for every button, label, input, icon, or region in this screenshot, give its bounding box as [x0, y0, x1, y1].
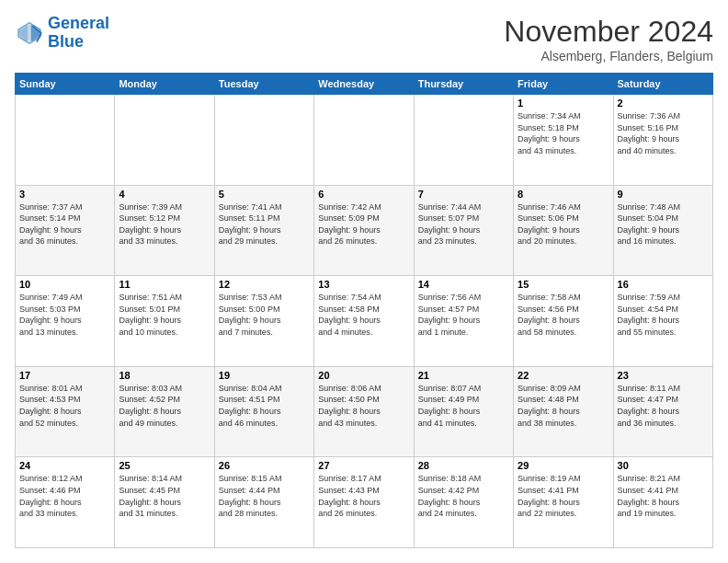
day-number: 8 — [518, 189, 609, 200]
day-info: Sunrise: 7:56 AM Sunset: 4:57 PM Dayligh… — [418, 292, 509, 338]
calendar-cell: 21Sunrise: 8:07 AM Sunset: 4:49 PM Dayli… — [414, 366, 513, 457]
calendar-week-4: 24Sunrise: 8:12 AM Sunset: 4:46 PM Dayli… — [16, 457, 713, 548]
day-info: Sunrise: 8:18 AM Sunset: 4:42 PM Dayligh… — [418, 473, 509, 519]
day-info: Sunrise: 7:44 AM Sunset: 5:07 PM Dayligh… — [418, 201, 509, 247]
header: General Blue November 2024 Alsemberg, Fl… — [15, 15, 713, 63]
calendar-cell: 2Sunrise: 7:36 AM Sunset: 5:16 PM Daylig… — [613, 95, 712, 186]
day-number: 2 — [618, 98, 709, 109]
day-number: 5 — [219, 189, 310, 200]
day-number: 18 — [119, 370, 210, 381]
day-header-saturday: Saturday — [613, 74, 712, 95]
day-info: Sunrise: 8:01 AM Sunset: 4:53 PM Dayligh… — [19, 383, 110, 429]
calendar-cell: 25Sunrise: 8:14 AM Sunset: 4:45 PM Dayli… — [115, 457, 214, 548]
calendar-cell: 27Sunrise: 8:17 AM Sunset: 4:43 PM Dayli… — [314, 457, 414, 548]
day-info: Sunrise: 8:12 AM Sunset: 4:46 PM Dayligh… — [19, 473, 110, 519]
day-header-friday: Friday — [514, 74, 613, 95]
day-number: 9 — [618, 189, 709, 200]
day-info: Sunrise: 7:46 AM Sunset: 5:06 PM Dayligh… — [518, 201, 609, 247]
calendar-table: SundayMondayTuesdayWednesdayThursdayFrid… — [15, 73, 713, 548]
day-info: Sunrise: 8:15 AM Sunset: 4:44 PM Dayligh… — [219, 473, 310, 519]
day-info: Sunrise: 7:54 AM Sunset: 4:58 PM Dayligh… — [318, 292, 409, 338]
day-info: Sunrise: 7:49 AM Sunset: 5:03 PM Dayligh… — [19, 292, 110, 338]
logo: General Blue — [15, 15, 109, 52]
day-info: Sunrise: 7:36 AM Sunset: 5:16 PM Dayligh… — [618, 110, 709, 156]
calendar-cell: 26Sunrise: 8:15 AM Sunset: 4:44 PM Dayli… — [214, 457, 313, 548]
day-info: Sunrise: 7:37 AM Sunset: 5:14 PM Dayligh… — [19, 201, 110, 247]
day-info: Sunrise: 7:48 AM Sunset: 5:04 PM Dayligh… — [618, 201, 709, 247]
calendar-cell: 11Sunrise: 7:51 AM Sunset: 5:01 PM Dayli… — [115, 276, 214, 367]
calendar-cell: 28Sunrise: 8:18 AM Sunset: 4:42 PM Dayli… — [414, 457, 513, 548]
day-number: 10 — [19, 279, 110, 290]
logo-icon — [15, 18, 44, 48]
location: Alsemberg, Flanders, Belgium — [504, 49, 713, 63]
day-number: 16 — [618, 279, 709, 290]
day-number: 22 — [518, 370, 609, 381]
calendar-cell: 30Sunrise: 8:21 AM Sunset: 4:41 PM Dayli… — [613, 457, 712, 548]
calendar-cell: 12Sunrise: 7:53 AM Sunset: 5:00 PM Dayli… — [214, 276, 313, 367]
day-number: 29 — [518, 460, 609, 471]
day-number: 26 — [219, 460, 310, 471]
calendar-cell: 13Sunrise: 7:54 AM Sunset: 4:58 PM Dayli… — [314, 276, 414, 367]
day-info: Sunrise: 7:42 AM Sunset: 5:09 PM Dayligh… — [318, 201, 409, 247]
day-info: Sunrise: 7:59 AM Sunset: 4:54 PM Dayligh… — [618, 292, 709, 338]
calendar-cell: 7Sunrise: 7:44 AM Sunset: 5:07 PM Daylig… — [414, 185, 513, 276]
calendar-cell: 5Sunrise: 7:41 AM Sunset: 5:11 PM Daylig… — [214, 185, 313, 276]
day-info: Sunrise: 8:17 AM Sunset: 4:43 PM Dayligh… — [318, 473, 409, 519]
calendar-cell: 22Sunrise: 8:09 AM Sunset: 4:48 PM Dayli… — [514, 366, 613, 457]
day-number: 19 — [219, 370, 310, 381]
day-number: 12 — [219, 279, 310, 290]
day-info: Sunrise: 7:51 AM Sunset: 5:01 PM Dayligh… — [119, 292, 210, 338]
day-number: 11 — [119, 279, 210, 290]
day-number: 30 — [618, 460, 709, 471]
day-header-tuesday: Tuesday — [214, 74, 313, 95]
day-number: 13 — [318, 279, 409, 290]
day-header-thursday: Thursday — [414, 74, 513, 95]
calendar-cell: 14Sunrise: 7:56 AM Sunset: 4:57 PM Dayli… — [414, 276, 513, 367]
calendar-cell: 17Sunrise: 8:01 AM Sunset: 4:53 PM Dayli… — [16, 366, 115, 457]
day-number: 17 — [19, 370, 110, 381]
calendar-cell: 4Sunrise: 7:39 AM Sunset: 5:12 PM Daylig… — [115, 185, 214, 276]
day-info: Sunrise: 7:34 AM Sunset: 5:18 PM Dayligh… — [518, 110, 609, 156]
calendar-cell: 19Sunrise: 8:04 AM Sunset: 4:51 PM Dayli… — [214, 366, 313, 457]
day-number: 3 — [19, 189, 110, 200]
day-info: Sunrise: 8:19 AM Sunset: 4:41 PM Dayligh… — [518, 473, 609, 519]
logo-text: General Blue — [48, 15, 109, 52]
day-number: 25 — [119, 460, 210, 471]
day-info: Sunrise: 8:11 AM Sunset: 4:47 PM Dayligh… — [618, 383, 709, 429]
logo-general: General — [48, 14, 109, 32]
calendar-cell: 15Sunrise: 7:58 AM Sunset: 4:56 PM Dayli… — [514, 276, 613, 367]
calendar-cell — [314, 95, 414, 186]
day-info: Sunrise: 8:07 AM Sunset: 4:49 PM Dayligh… — [418, 383, 509, 429]
calendar-cell: 23Sunrise: 8:11 AM Sunset: 4:47 PM Dayli… — [613, 366, 712, 457]
calendar-week-1: 3Sunrise: 7:37 AM Sunset: 5:14 PM Daylig… — [16, 185, 713, 276]
calendar-cell — [115, 95, 214, 186]
calendar-cell: 18Sunrise: 8:03 AM Sunset: 4:52 PM Dayli… — [115, 366, 214, 457]
day-info: Sunrise: 8:06 AM Sunset: 4:50 PM Dayligh… — [318, 383, 409, 429]
calendar-cell: 9Sunrise: 7:48 AM Sunset: 5:04 PM Daylig… — [613, 185, 712, 276]
day-info: Sunrise: 7:41 AM Sunset: 5:11 PM Dayligh… — [219, 201, 310, 247]
day-number: 1 — [518, 98, 609, 109]
day-number: 6 — [318, 189, 409, 200]
day-info: Sunrise: 8:04 AM Sunset: 4:51 PM Dayligh… — [219, 383, 310, 429]
calendar-week-3: 17Sunrise: 8:01 AM Sunset: 4:53 PM Dayli… — [16, 366, 713, 457]
calendar-cell: 6Sunrise: 7:42 AM Sunset: 5:09 PM Daylig… — [314, 185, 414, 276]
calendar-header-row: SundayMondayTuesdayWednesdayThursdayFrid… — [16, 74, 713, 95]
day-info: Sunrise: 8:21 AM Sunset: 4:41 PM Dayligh… — [618, 473, 709, 519]
calendar-cell: 10Sunrise: 7:49 AM Sunset: 5:03 PM Dayli… — [16, 276, 115, 367]
day-info: Sunrise: 8:14 AM Sunset: 4:45 PM Dayligh… — [119, 473, 210, 519]
calendar-cell: 20Sunrise: 8:06 AM Sunset: 4:50 PM Dayli… — [314, 366, 414, 457]
day-header-sunday: Sunday — [16, 74, 115, 95]
day-number: 7 — [418, 189, 509, 200]
day-number: 23 — [618, 370, 709, 381]
day-number: 24 — [19, 460, 110, 471]
day-header-monday: Monday — [115, 74, 214, 95]
day-number: 15 — [518, 279, 609, 290]
calendar-cell — [16, 95, 115, 186]
calendar-cell: 24Sunrise: 8:12 AM Sunset: 4:46 PM Dayli… — [16, 457, 115, 548]
day-info: Sunrise: 8:03 AM Sunset: 4:52 PM Dayligh… — [119, 383, 210, 429]
logo-blue: Blue — [48, 32, 84, 51]
calendar-cell: 3Sunrise: 7:37 AM Sunset: 5:14 PM Daylig… — [16, 185, 115, 276]
day-info: Sunrise: 7:39 AM Sunset: 5:12 PM Dayligh… — [119, 201, 210, 247]
calendar-week-2: 10Sunrise: 7:49 AM Sunset: 5:03 PM Dayli… — [16, 276, 713, 367]
day-number: 20 — [318, 370, 409, 381]
